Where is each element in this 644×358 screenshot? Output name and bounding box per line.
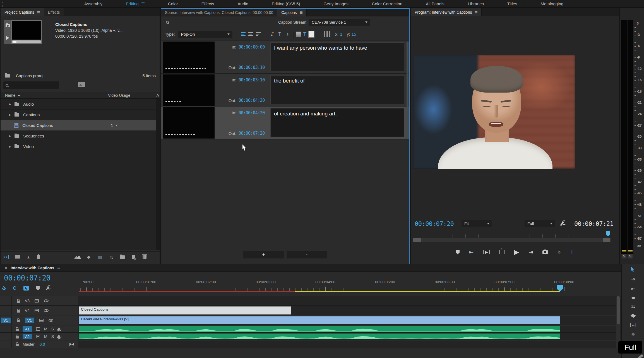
track-target-a2-badge[interactable]: A2 xyxy=(23,334,32,339)
track-label[interactable]: V2 xyxy=(25,308,30,313)
workspace-editing-cs55[interactable]: Editing (CS5.5) xyxy=(260,1,312,6)
track-a2-content[interactable] xyxy=(78,333,621,340)
bin-row-video[interactable]: ▶ Video xyxy=(1,141,156,152)
lock-icon[interactable] xyxy=(17,310,20,313)
program-zoom-scrollbar[interactable] xyxy=(413,238,611,242)
sequence-tab-label[interactable]: Interview with Captions xyxy=(11,266,54,270)
track-a1-content[interactable] xyxy=(78,326,621,333)
new-item-icon[interactable] xyxy=(132,255,135,259)
poster-frame-icon[interactable] xyxy=(6,24,10,27)
track-output-eye-icon[interactable] xyxy=(44,309,49,312)
bin-row-sequences[interactable]: ▶ Sequences xyxy=(1,131,156,141)
track-v1-content[interactable]: DerekGores-Interview-03 [V] xyxy=(78,316,621,325)
workspace-editing[interactable]: Editing xyxy=(114,1,156,6)
selection-tool-icon[interactable] xyxy=(631,267,635,272)
tab-captions[interactable]: Captions xyxy=(277,9,306,16)
text-color-button[interactable]: T xyxy=(301,31,308,37)
goto-out-icon[interactable]: ⇥ xyxy=(528,249,533,255)
project-search-input[interactable] xyxy=(3,81,59,89)
export-frame-icon[interactable] xyxy=(499,250,504,254)
program-current-timecode[interactable]: 00:00:07:20 xyxy=(415,220,454,227)
workspace-all-panels[interactable]: All Panels xyxy=(414,1,456,6)
workspace-color[interactable]: Color xyxy=(156,1,190,6)
track-target-a1-badge[interactable]: A1 xyxy=(23,326,32,332)
preview-scrubber[interactable] xyxy=(12,40,41,43)
source-v1-badge[interactable]: V1 xyxy=(1,318,11,323)
disclosure-icon[interactable]: ▶ xyxy=(9,134,12,137)
track-output-eye-icon[interactable] xyxy=(44,299,49,302)
sync-lock-icon[interactable] xyxy=(36,327,40,331)
source-patch-cell[interactable] xyxy=(0,296,12,305)
track-target-v1-badge[interactable]: V1 xyxy=(25,318,34,323)
panel-menu-icon[interactable] xyxy=(300,12,302,13)
tab-effects[interactable]: Effects xyxy=(44,8,64,16)
position-grid-icon[interactable] xyxy=(324,31,331,37)
clip-closed-captions[interactable]: Closed Captions xyxy=(79,306,291,315)
workspace-effects[interactable]: Effects xyxy=(190,1,226,6)
thumbnail-zoom-slider[interactable] xyxy=(36,257,70,257)
tree-scroll-gutter[interactable] xyxy=(156,99,160,250)
music-note-button[interactable]: ♪ xyxy=(283,31,291,37)
goto-in-icon[interactable]: ⇤ xyxy=(469,249,474,255)
master-level-value[interactable]: 0.0 xyxy=(40,342,45,347)
panel-menu-icon[interactable] xyxy=(57,268,60,268)
drag-handle-icon[interactable] xyxy=(2,1,3,7)
tab-program[interactable]: Program: Interview with Captions xyxy=(411,8,482,16)
time-ruler[interactable]: :00:00 00:00:01:00 00:00:02:00 00:00:03:… xyxy=(78,279,621,292)
caption-text-input[interactable]: the benefit of xyxy=(270,75,404,104)
workspace-assembly[interactable]: Assembly xyxy=(73,1,114,6)
bin-row-audio[interactable]: ▶ Audio xyxy=(1,99,156,110)
timeline-settings-icon[interactable] xyxy=(46,286,49,290)
automate-sequence-icon[interactable]: ▥ xyxy=(94,254,105,260)
tab-source-monitor[interactable]: Source: Interview with Captions: Closed … xyxy=(161,9,277,16)
text-color-swatch[interactable] xyxy=(308,31,314,38)
preview-thumbnail[interactable] xyxy=(11,20,42,44)
background-color-swatch[interactable] xyxy=(296,32,301,37)
lock-icon[interactable] xyxy=(17,301,20,303)
mute-button[interactable]: M xyxy=(44,334,47,339)
underline-button[interactable]: T xyxy=(276,31,283,37)
column-a[interactable]: A xyxy=(157,93,159,98)
new-bin-icon[interactable] xyxy=(120,255,125,259)
clip-audio-a1[interactable] xyxy=(79,326,560,332)
source-patch-cell[interactable] xyxy=(0,333,12,340)
close-icon[interactable] xyxy=(4,267,7,269)
disclosure-icon[interactable]: ▶ xyxy=(9,103,12,106)
timeline-timecode[interactable]: 00:00:07:20 xyxy=(4,274,51,282)
lock-icon[interactable] xyxy=(16,344,19,346)
caption-row-3-selected[interactable]: In: 00:00:04:20 Out: 00:00:07:20 of crea… xyxy=(161,107,409,139)
program-mini-timeline[interactable] xyxy=(413,231,611,238)
lock-icon[interactable] xyxy=(16,336,19,338)
clip-audio-a2[interactable] xyxy=(79,333,560,339)
lock-icon[interactable] xyxy=(17,320,20,322)
add-caption-button[interactable]: + xyxy=(243,251,284,258)
clip-derekgores-interview[interactable]: DerekGores-Interview-03 [V] xyxy=(79,316,560,324)
snap-icon[interactable] xyxy=(1,286,6,291)
source-patch-cell[interactable] xyxy=(0,326,12,332)
remove-caption-button[interactable]: - xyxy=(287,251,327,258)
voiceover-mic-icon[interactable] xyxy=(58,328,60,331)
caption-out-timecode[interactable]: 00:00:07:20 xyxy=(239,131,265,136)
workspace-menu-icon[interactable] xyxy=(141,4,145,4)
sync-lock-icon[interactable] xyxy=(35,309,39,312)
play-in-to-out-icon[interactable]: ▶ xyxy=(483,250,490,254)
caption-text-input[interactable]: of creation and making art. xyxy=(270,108,404,137)
align-left-icon[interactable] xyxy=(241,32,246,36)
rolling-edit-tool-icon[interactable]: ◀▶ xyxy=(631,296,635,299)
align-center-icon[interactable] xyxy=(248,32,253,36)
x-position[interactable]: x:1 xyxy=(335,32,342,37)
video-usage-value[interactable]: 1 xyxy=(111,123,117,128)
caption-in-timecode[interactable]: 00:00:00:00 xyxy=(239,45,265,50)
solo-left-button[interactable]: S xyxy=(622,254,626,258)
playback-resolution-dropdown[interactable]: Full xyxy=(525,220,555,227)
pen-tool-icon[interactable]: ◆ xyxy=(631,332,635,336)
disclosure-icon[interactable]: ▶ xyxy=(9,113,12,116)
playhead-line[interactable] xyxy=(560,291,560,354)
alpha-caret-icon[interactable] xyxy=(113,30,115,32)
track-v3-content[interactable] xyxy=(78,296,621,306)
full-screen-overlay-label[interactable]: Full xyxy=(618,341,642,354)
mute-button[interactable]: M xyxy=(44,327,47,331)
column-video-usage[interactable]: Video Usage xyxy=(108,93,130,98)
camera-export-icon[interactable] xyxy=(542,250,548,254)
caption-type-dropdown[interactable]: Pop-On xyxy=(178,31,232,38)
